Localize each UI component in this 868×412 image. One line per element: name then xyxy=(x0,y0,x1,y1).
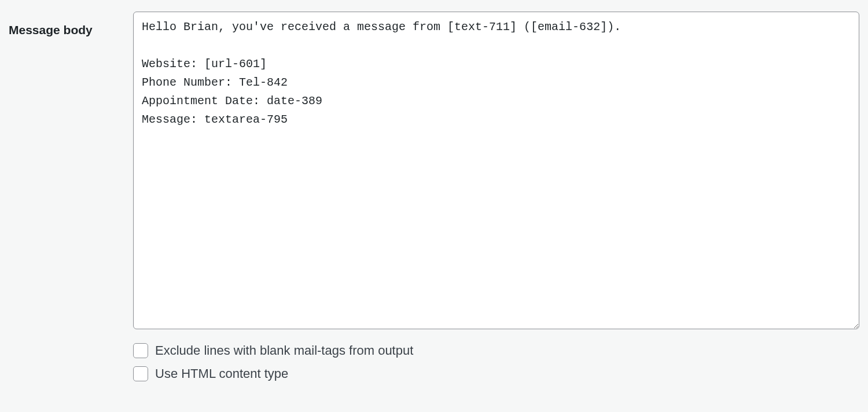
use-html-checkbox[interactable] xyxy=(133,366,148,381)
exclude-blank-label[interactable]: Exclude lines with blank mail-tags from … xyxy=(155,343,413,358)
exclude-blank-checkbox[interactable] xyxy=(133,343,148,358)
message-body-textarea[interactable] xyxy=(133,12,859,329)
use-html-label[interactable]: Use HTML content type xyxy=(155,366,288,381)
message-body-label: Message body xyxy=(9,23,93,36)
exclude-blank-row: Exclude lines with blank mail-tags from … xyxy=(133,343,859,358)
use-html-row: Use HTML content type xyxy=(133,366,859,381)
